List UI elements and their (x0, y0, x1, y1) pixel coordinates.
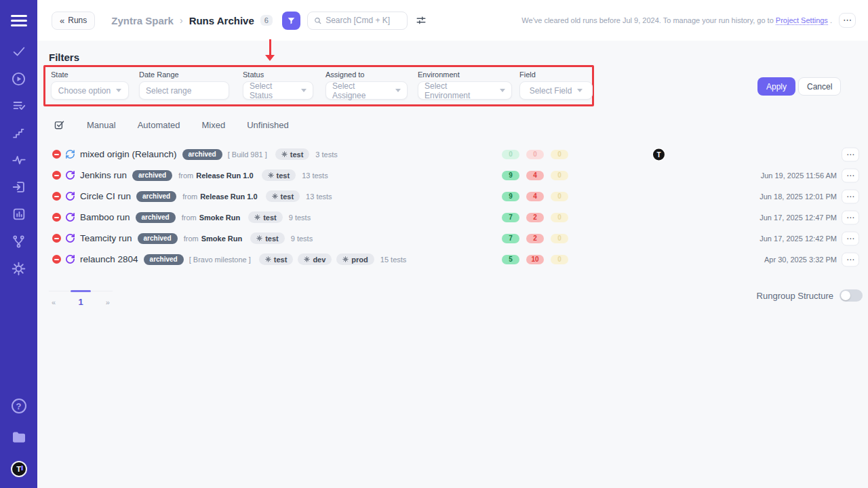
project-settings-link[interactable]: Project Settings (776, 16, 828, 25)
run-more-button[interactable]: ⋯ (842, 210, 859, 224)
run-title[interactable]: mixed origin (Relaunch) (80, 149, 177, 159)
filter-label: Field (519, 70, 593, 79)
rerun-icon (64, 212, 75, 223)
gear-icon[interactable] (11, 260, 27, 277)
tab-automated[interactable]: Automated (138, 120, 180, 130)
remove-icon[interactable] (52, 171, 61, 180)
next-page-button[interactable]: » (103, 298, 113, 306)
run-row[interactable]: Jenkins run archived from Release Run 1.… (37, 165, 868, 186)
archived-badge: archived (136, 212, 176, 223)
filter-toggle-button[interactable] (282, 12, 300, 30)
skipped-count-pill: 0 (551, 213, 568, 222)
search-input[interactable] (326, 16, 401, 25)
date-range-input[interactable]: Select range (139, 81, 229, 100)
report-chart-icon[interactable] (11, 206, 27, 222)
header-more-button[interactable]: ⋯ (839, 13, 856, 28)
search-icon (314, 16, 321, 25)
remove-icon[interactable] (52, 150, 61, 159)
run-title[interactable]: Teamcity run (80, 233, 132, 243)
skipped-count-pill: 0 (551, 171, 568, 180)
pulse-icon[interactable] (11, 152, 27, 168)
run-title[interactable]: Bamboo run (80, 212, 130, 222)
list-check-icon[interactable] (11, 98, 27, 114)
filter-label: Environment (418, 70, 512, 79)
search-box[interactable] (307, 12, 408, 30)
cleanup-notice: We've cleared old runs before Jul 9, 202… (521, 16, 832, 24)
filters-panel: State Choose option Date Range Select ra… (43, 65, 594, 106)
select-all-icon[interactable] (54, 119, 65, 131)
run-more-button[interactable]: ⋯ (842, 189, 859, 203)
run-tests-count: 15 tests (380, 256, 407, 264)
branch-icon[interactable] (11, 233, 27, 249)
sliders-icon[interactable] (416, 15, 427, 26)
runs-list: mixed origin (Relaunch) archived [ Build… (37, 144, 868, 270)
run-from-label: from (182, 192, 197, 201)
gear-icon (268, 172, 274, 178)
run-stats: 940 (502, 171, 568, 180)
tab-manual[interactable]: Manual (87, 120, 116, 130)
gear-icon (256, 235, 262, 241)
menu-icon[interactable] (11, 12, 27, 28)
run-title[interactable]: Jenkins run (80, 170, 127, 180)
run-milestone: [ Bravo milestone ] (189, 256, 251, 264)
run-row[interactable]: Circle CI run archived from Release Run … (37, 186, 868, 207)
pagination: « 1 » (49, 291, 113, 307)
gear-icon (304, 256, 310, 262)
remove-icon[interactable] (52, 255, 61, 264)
environment-select[interactable]: Select Environment (418, 81, 512, 100)
run-row[interactable]: Bamboo run archived from Smoke Run test … (37, 207, 868, 228)
run-from-label: from (182, 214, 197, 222)
cancel-button[interactable]: Cancel (798, 77, 841, 96)
main-area: « Runs Zyntra Spark › Runs Archive 6 We'… (37, 0, 868, 488)
tab-mixed[interactable]: Mixed (202, 120, 226, 130)
failed-count-pill: 4 (526, 171, 544, 180)
docs-folder-icon[interactable] (11, 429, 27, 445)
filter-environment: Environment Select Environment (418, 70, 512, 100)
prev-page-button[interactable]: « (49, 298, 58, 306)
run-stats: 940 (502, 192, 568, 201)
filter-field: Field Select Field (519, 70, 593, 100)
run-more-button[interactable]: ⋯ (842, 231, 859, 245)
tab-unfinished[interactable]: Unfinished (247, 120, 288, 130)
remove-icon[interactable] (52, 213, 61, 222)
remove-icon[interactable] (52, 192, 61, 201)
help-icon[interactable]: ? (12, 399, 26, 413)
environment-pill: dev (298, 253, 332, 265)
archived-badge: archived (136, 191, 176, 202)
apply-button[interactable]: Apply (757, 77, 795, 96)
caret-down-icon (116, 89, 121, 92)
passed-count-pill: 5 (502, 255, 519, 264)
filter-date-range: Date Range Select range (139, 70, 229, 100)
field-select[interactable]: Select Field (519, 81, 593, 100)
run-date: Jun 17, 2025 12:47 PM (760, 214, 837, 222)
run-more-button[interactable]: ⋯ (842, 147, 859, 161)
back-label: Runs (68, 16, 87, 25)
caret-down-icon (577, 89, 583, 92)
run-date: Apr 30, 2025 3:32 PM (764, 256, 837, 264)
run-row[interactable]: Teamcity run archived from Smoke Run tes… (37, 228, 868, 249)
state-select[interactable]: Choose option (51, 81, 129, 100)
run-more-button[interactable]: ⋯ (842, 252, 859, 266)
rerun-icon (64, 233, 75, 244)
run-title[interactable]: relaunch 2804 (80, 254, 138, 264)
check-icon[interactable] (11, 43, 27, 60)
run-title[interactable]: Circle CI run (80, 191, 131, 201)
import-icon[interactable] (11, 179, 27, 195)
gear-icon (265, 256, 271, 262)
run-row[interactable]: mixed origin (Relaunch) archived [ Build… (37, 144, 868, 165)
rungroup-structure-toggle[interactable] (840, 289, 863, 302)
page-1-button[interactable]: 1 (78, 297, 83, 307)
assignee-select[interactable]: Select Assignee (326, 81, 408, 100)
back-to-runs-button[interactable]: « Runs (52, 12, 95, 30)
run-environments: test (275, 148, 310, 160)
rungroup-structure-label: Rungroup Structure (757, 291, 833, 301)
remove-icon[interactable] (52, 234, 61, 243)
play-circle-icon[interactable] (11, 70, 27, 87)
run-more-button[interactable]: ⋯ (842, 168, 859, 182)
steps-icon[interactable] (11, 125, 27, 141)
user-avatar[interactable]: T (11, 461, 27, 477)
status-select[interactable]: Select Status (243, 81, 313, 100)
run-row[interactable]: relaunch 2804 archived [ Bravo milestone… (37, 249, 868, 270)
breadcrumb-project[interactable]: Zyntra Spark (111, 15, 174, 26)
archived-badge: archived (182, 149, 222, 160)
